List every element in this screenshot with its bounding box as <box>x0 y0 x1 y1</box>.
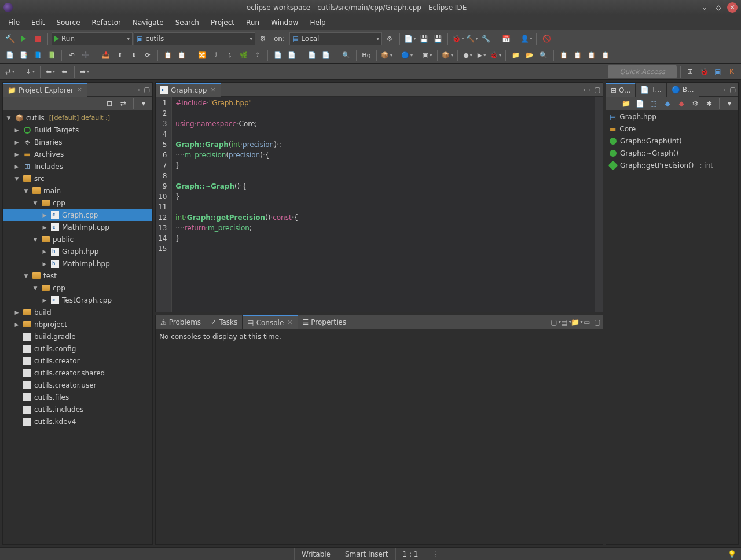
debug-perspective-button[interactable]: 🐞 <box>698 66 710 78</box>
tree-item-src[interactable]: ▼src <box>3 172 152 185</box>
tree-item-cutils-includes[interactable]: cutils.includes <box>3 403 152 415</box>
toolbar-button[interactable]: Hg <box>360 49 373 62</box>
menu-navigate[interactable]: Navigate <box>127 16 170 29</box>
quick-access[interactable]: Quick Access <box>608 65 677 78</box>
tree-item-cutils-creator-user[interactable]: cutils.creator.user <box>3 379 152 391</box>
stop-button[interactable] <box>31 32 44 45</box>
tip-icon[interactable]: 💡 <box>728 550 736 558</box>
editor-code[interactable]: #include·"Graph.hpp"using·namespace·Core… <box>172 97 595 312</box>
toolbar-button[interactable]: 📄 <box>306 49 318 62</box>
toggle-breadcrumb-button[interactable]: ⇄ <box>3 65 16 78</box>
bottom-tab-problems[interactable]: ⚠Problems <box>156 315 206 329</box>
tree-item-cpp[interactable]: ▼cpp <box>3 197 152 209</box>
right-tab-0[interactable]: ⊞O... <box>606 83 636 97</box>
bottom-tab-console[interactable]: ▤Console✕ <box>243 315 298 329</box>
toolbar-button[interactable]: ⟳ <box>141 49 154 62</box>
tree-item-cutils-files[interactable]: cutils.files <box>3 391 152 403</box>
run-button[interactable] <box>17 32 30 45</box>
menu-run[interactable]: Run <box>240 16 265 29</box>
tree-item-nbproject[interactable]: ▶nbproject <box>3 318 152 330</box>
bottom-tabctrl[interactable]: ▤ <box>562 318 571 327</box>
collapse-all-button[interactable]: ⊟ <box>103 97 116 110</box>
menu-search[interactable]: Search <box>170 16 205 29</box>
tree-item-cutils-creator-shared[interactable]: cutils.creator.shared <box>3 367 152 379</box>
tree-item-build[interactable]: ▶build <box>3 306 152 318</box>
menu-project[interactable]: Project <box>205 16 240 29</box>
menu-refactor[interactable]: Refactor <box>86 16 127 29</box>
toolbar-button[interactable]: ⤴ <box>210 49 222 62</box>
minimize-view-button[interactable]: ▭ <box>132 85 141 94</box>
cpp-perspective-button[interactable]: ▣ <box>712 66 724 78</box>
bottom-tab-properties[interactable]: ☰Properties <box>298 315 351 329</box>
menu-source[interactable]: Source <box>50 16 86 29</box>
build-config-button[interactable]: 🔨 <box>465 32 478 45</box>
close-button[interactable]: ✕ <box>727 2 738 13</box>
tree-item-graph-hpp[interactable]: ▶Graph.hpp <box>3 245 152 257</box>
editor-body[interactable]: 123456789101112131415 #include·"Graph.hp… <box>156 97 603 312</box>
menu-edit[interactable]: Edit <box>25 16 50 29</box>
toolbar-button[interactable]: 📘 <box>31 49 44 62</box>
toolbar-button[interactable]: 🔍 <box>340 49 353 62</box>
maximize-button[interactable]: ◇ <box>713 2 724 13</box>
calendar-button[interactable]: 📅 <box>500 32 512 45</box>
toolbar-button[interactable]: 📋 <box>585 49 598 62</box>
tree-item-build-gradle[interactable]: build.gradle <box>3 330 152 342</box>
outline-tool-7[interactable]: ✱ <box>703 97 716 110</box>
outline-tool-6[interactable]: ⚙ <box>689 97 702 110</box>
target-combo[interactable]: ▤Local▾ <box>289 32 382 45</box>
tool-button[interactable]: 🔧 <box>479 32 492 45</box>
right-tabctrl[interactable]: ▭ <box>718 85 727 94</box>
toolbar-button[interactable]: ▣ <box>421 49 434 62</box>
toolbar-button[interactable]: ⬆ <box>113 49 126 62</box>
user-button[interactable]: 👤 <box>520 32 533 45</box>
right-tab-2[interactable]: 🔵B... <box>667 83 699 97</box>
tree-item-cutils-creator[interactable]: cutils.creator <box>3 355 152 367</box>
save-button[interactable]: 💾 <box>417 32 430 45</box>
toolbar-button[interactable]: 📋 <box>599 49 612 62</box>
back-history-button[interactable]: ⬅ <box>44 65 57 78</box>
tree-item-cutils-kdev4[interactable]: cutils.kdev4 <box>3 415 152 428</box>
toolbar-button[interactable]: 🔵 <box>401 49 413 62</box>
bottom-tabctrl[interactable]: ▢ <box>593 318 602 327</box>
status-position[interactable]: 1 : 1 <box>395 548 425 560</box>
menu-file[interactable]: File <box>2 16 25 29</box>
toolbar-button[interactable]: 📦 <box>441 49 454 62</box>
toolbar-button[interactable]: ● <box>461 49 474 62</box>
outline-item[interactable]: Graph::getPrecision(): int <box>606 159 738 171</box>
tree-item-archives[interactable]: ▶▬Archives <box>3 148 152 160</box>
menu-help[interactable]: Help <box>304 16 331 29</box>
tree-item-includes[interactable]: ▶⊞Includes <box>3 160 152 172</box>
build-button[interactable]: 🔨 <box>3 32 16 45</box>
toolbar-button[interactable]: 📥 <box>100 49 112 62</box>
outline-tool-2[interactable]: 📄 <box>633 97 646 110</box>
outline-body[interactable]: ▤Graph.hpp▬CoreGraph::Graph(int)Graph::~… <box>606 110 738 544</box>
maximize-view-button[interactable]: ▢ <box>142 85 152 94</box>
toolbar-button[interactable]: 📗 <box>45 49 58 62</box>
outline-item[interactable]: Graph::Graph(int) <box>606 135 738 147</box>
editor-tab[interactable]: Graph.cpp ✕ <box>156 83 221 97</box>
close-icon[interactable]: ✕ <box>210 86 215 94</box>
toolbar-button[interactable]: 🔍 <box>537 49 550 62</box>
tree-item-build-targets[interactable]: ▶Build Targets <box>3 124 152 136</box>
save-all-button[interactable]: 💾 <box>431 32 444 45</box>
nodisturb-button[interactable]: 🚫 <box>540 32 553 45</box>
back-button[interactable]: ⬅ <box>58 65 71 78</box>
status-insert[interactable]: Smart Insert <box>338 548 395 560</box>
target-settings-button[interactable]: ⚙ <box>383 32 396 45</box>
tree-item-mathimpl-cpp[interactable]: ▶MathImpl.cpp <box>3 221 152 233</box>
link-editor-button[interactable]: ⇄ <box>117 97 130 110</box>
overview-ruler[interactable] <box>595 97 603 312</box>
toolbar-button[interactable]: 🐞 <box>489 49 502 62</box>
toolbar-button[interactable]: 📦 <box>380 49 393 62</box>
toolbar-button[interactable]: ⬇ <box>127 49 140 62</box>
minimize-editor-button[interactable]: ▭ <box>582 85 592 94</box>
toolbar-button[interactable]: 📄 <box>3 49 16 62</box>
bottom-tabctrl[interactable]: 📁 <box>572 318 581 327</box>
tree-item-public[interactable]: ▼public <box>3 233 152 245</box>
tree-root[interactable]: ▼📦 cutils [[default] default :] <box>3 112 152 124</box>
view-menu-button[interactable]: ▾ <box>137 97 150 110</box>
outline-item[interactable]: ▤Graph.hpp <box>606 110 738 123</box>
status-writable[interactable]: Writable <box>294 548 338 560</box>
toolbar-button[interactable]: 📑 <box>17 49 30 62</box>
right-tab-1[interactable]: 📄T... <box>636 83 666 97</box>
